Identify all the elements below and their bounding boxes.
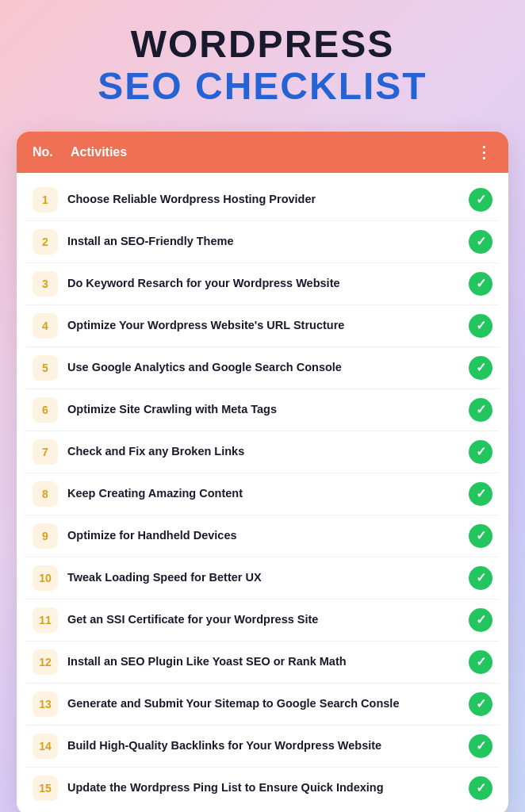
list-item: 8Keep Creating Amazing Content (26, 473, 499, 515)
item-text: Generate and Submit Your Sitemap to Goog… (67, 696, 459, 711)
check-icon[interactable] (469, 566, 492, 590)
main-container: WORDPRESS SEO CHECKLIST No. Activities ⋮… (17, 24, 508, 812)
list-item: 12Install an SEO Plugin Like Yoast SEO o… (26, 642, 499, 684)
title-section: WORDPRESS SEO CHECKLIST (17, 24, 508, 108)
list-item: 1Choose Reliable Wordpress Hosting Provi… (26, 179, 499, 221)
item-number: 15 (33, 776, 58, 801)
check-icon[interactable] (469, 776, 492, 800)
item-text: Do Keyword Resarch for your Wordpress We… (67, 276, 459, 291)
title-line1: WORDPRESS (17, 24, 508, 66)
item-number: 5 (33, 355, 58, 381)
item-number: 12 (33, 649, 58, 675)
check-icon[interactable] (469, 524, 492, 548)
list-item: 5Use Google Analytics and Google Search … (26, 347, 499, 389)
checklist-wrapper: No. Activities ⋮ 1Choose Reliable Wordpr… (17, 132, 508, 812)
title-line2: SEO CHECKLIST (17, 66, 508, 108)
item-number: 7 (33, 439, 58, 465)
item-text: Optimize for Handheld Devices (67, 528, 459, 543)
item-number: 9 (33, 523, 58, 549)
check-icon[interactable] (469, 398, 492, 422)
list-item: 11Get an SSI Certificate for your Wordpr… (26, 599, 499, 642)
check-icon[interactable] (469, 440, 492, 464)
item-number: 6 (33, 397, 58, 423)
item-text: Build High-Quality Backlinks for Your Wo… (67, 738, 459, 753)
item-text: Use Google Analytics and Google Search C… (67, 360, 459, 375)
header-activities-label: Activities (71, 145, 463, 159)
header-dots-icon[interactable]: ⋮ (476, 143, 492, 162)
list-item: 9Optimize for Handheld Devices (26, 515, 499, 557)
item-text: Check and Fix any Broken Links (67, 444, 459, 459)
item-number: 11 (33, 607, 58, 633)
checklist-items: 1Choose Reliable Wordpress Hosting Provi… (17, 173, 508, 812)
check-icon[interactable] (469, 356, 492, 380)
check-icon[interactable] (469, 692, 492, 716)
item-number: 1 (33, 187, 58, 213)
check-icon[interactable] (469, 188, 492, 212)
check-icon[interactable] (469, 230, 492, 254)
item-text: Get an SSI Certificate for your Wordpres… (67, 612, 459, 627)
item-number: 8 (33, 481, 58, 507)
item-text: Tweak Loading Speed for Better UX (67, 570, 459, 585)
header-no-label: No. (33, 145, 58, 159)
check-icon[interactable] (469, 482, 492, 506)
check-icon[interactable] (469, 734, 492, 758)
list-item: 10Tweak Loading Speed for Better UX (26, 557, 499, 599)
list-item: 6Optimize Site Crawling with Meta Tags (26, 389, 499, 431)
item-number: 14 (33, 733, 58, 759)
item-text: Update the Wordpress Ping List to Ensure… (67, 780, 459, 795)
list-item: 13Generate and Submit Your Sitemap to Go… (26, 684, 499, 726)
list-item: 2Install an SEO-Friendly Theme (26, 221, 499, 263)
item-text: Keep Creating Amazing Content (67, 486, 459, 501)
check-icon[interactable] (469, 650, 492, 674)
item-text: Choose Reliable Wordpress Hosting Provid… (67, 192, 459, 207)
list-item: 7Check and Fix any Broken Links (26, 431, 499, 473)
item-number: 4 (33, 313, 58, 339)
checklist-header: No. Activities ⋮ (17, 132, 508, 173)
check-icon[interactable] (469, 608, 492, 632)
item-number: 3 (33, 271, 58, 297)
item-number: 10 (33, 565, 58, 591)
list-item: 4Optimize Your Wordpress Website's URL S… (26, 305, 499, 347)
item-text: Optimize Your Wordpress Website's URL St… (67, 318, 459, 333)
check-icon[interactable] (469, 314, 492, 338)
list-item: 15Update the Wordpress Ping List to Ensu… (26, 768, 499, 809)
check-icon[interactable] (469, 272, 492, 296)
item-text: Install an SEO Plugin Like Yoast SEO or … (67, 654, 459, 669)
list-item: 14Build High-Quality Backlinks for Your … (26, 726, 499, 768)
item-text: Install an SEO-Friendly Theme (67, 234, 459, 249)
item-number: 2 (33, 229, 58, 255)
item-text: Optimize Site Crawling with Meta Tags (67, 402, 459, 417)
item-number: 13 (33, 691, 58, 717)
list-item: 3Do Keyword Resarch for your Wordpress W… (26, 263, 499, 305)
